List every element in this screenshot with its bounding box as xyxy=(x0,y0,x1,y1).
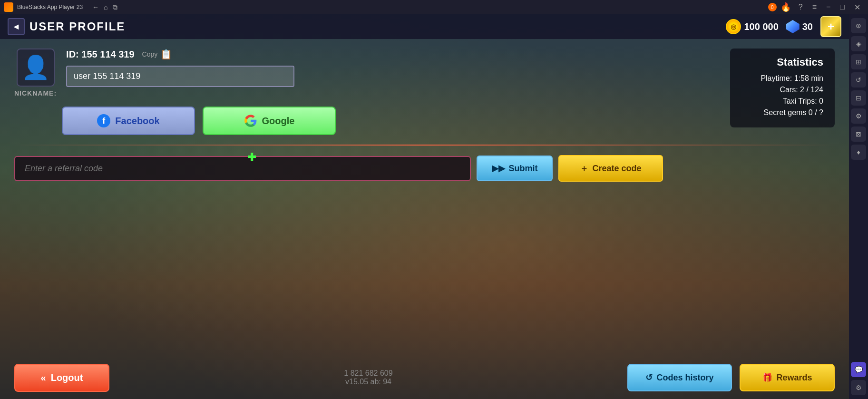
sidebar-btn-3[interactable]: ⊞ xyxy=(851,54,866,69)
notification-badge: 0 xyxy=(768,3,777,11)
stats-panel: Statistics Playtime: 1:58 min Cars: 2 / … xyxy=(730,49,835,127)
facebook-button[interactable]: f Facebook xyxy=(62,107,195,135)
avatar-container: 👤 NICKNAME: xyxy=(14,49,57,97)
divider xyxy=(14,145,835,146)
profile-section: 👤 NICKNAME: ID: 155 114 319 Copy 📋 xyxy=(14,49,835,97)
version-text: v15.05 ab: 94 xyxy=(117,378,620,386)
main-content: 👤 NICKNAME: ID: 155 114 319 Copy 📋 f xyxy=(0,39,849,399)
avatar-figure: 👤 xyxy=(21,54,50,81)
facebook-label: Facebook xyxy=(115,116,159,127)
coins-amount: 100 000 xyxy=(744,21,778,32)
rewards-label: Rewards xyxy=(776,373,812,383)
notification-count: 0 xyxy=(771,5,774,10)
referral-section: ✚ ▶▶ Submit ＋ Create code xyxy=(14,155,835,182)
nav-home-icon[interactable]: ⌂ xyxy=(104,3,107,11)
titlebar: BlueStacks App Player 23 ← ⌂ ⧉ 0 🔥 ? ≡ −… xyxy=(0,0,868,14)
playtime-stat: Playtime: 1:58 min xyxy=(741,74,823,83)
copy-button[interactable]: Copy 📋 xyxy=(142,49,173,60)
gems-display: 30 xyxy=(786,20,813,33)
maximize-icon[interactable]: □ xyxy=(836,2,848,12)
logout-button[interactable]: « Logout xyxy=(14,364,109,392)
help-icon[interactable]: ? xyxy=(795,2,807,12)
bluestacks-logo xyxy=(4,2,13,12)
taxi-trips-stat: Taxi Trips: 0 xyxy=(741,97,823,106)
version-info: 1 821 682 609 v15.05 ab: 94 xyxy=(117,369,620,386)
google-button[interactable]: Google xyxy=(203,107,336,135)
sidebar-btn-8[interactable]: ♦ xyxy=(851,145,866,160)
nickname-input[interactable] xyxy=(66,66,294,87)
gems-amount: 30 xyxy=(802,21,813,32)
titlebar-nav: ← ⌂ ⧉ xyxy=(92,3,117,11)
create-code-label: Create code xyxy=(592,164,641,174)
google-icon xyxy=(244,114,257,127)
logout-icon: « xyxy=(41,372,46,383)
sidebar-btn-2[interactable]: ◈ xyxy=(851,36,866,51)
referral-code-input[interactable] xyxy=(14,156,471,181)
close-icon[interactable]: ✕ xyxy=(850,2,864,13)
minimize-icon[interactable]: − xyxy=(822,2,834,12)
page-title: USER PROFILE xyxy=(29,20,125,33)
settings-icon[interactable]: ⚙ xyxy=(851,380,866,395)
google-label: Google xyxy=(262,116,295,127)
rewards-button[interactable]: 🎁 Rewards xyxy=(740,364,835,391)
codes-history-button[interactable]: ↺ Codes history xyxy=(627,364,732,391)
coin-icon: ◎ xyxy=(726,19,741,34)
header-currency: ◎ 100 000 30 + xyxy=(726,16,841,37)
sidebar-btn-4[interactable]: ↺ xyxy=(851,72,866,88)
secret-gems-stat: Secret gems 0 / ? xyxy=(741,108,823,117)
stats-title: Statistics xyxy=(741,56,823,68)
back-arrow-icon: ◄ xyxy=(8,18,25,35)
sidebar-btn-6[interactable]: ⚙ xyxy=(851,108,866,124)
sidebar-btn-7[interactable]: ⊠ xyxy=(851,127,866,142)
submit-button[interactable]: ▶▶ Submit xyxy=(477,156,553,181)
right-sidebar: ⊕ ◈ ⊞ ↺ ⊟ ⚙ ⊠ ♦ 💬 ⚙ xyxy=(849,14,868,399)
fire-icon: 🔥 xyxy=(780,2,791,12)
add-currency-button[interactable]: + xyxy=(820,16,841,37)
sidebar-btn-1[interactable]: ⊕ xyxy=(851,18,866,33)
facebook-icon: f xyxy=(97,114,110,127)
player-count: 1 821 682 609 xyxy=(117,369,620,378)
rewards-icon: 🎁 xyxy=(762,372,772,383)
profile-info: ID: 155 114 319 Copy 📋 xyxy=(66,49,835,87)
bottom-bar: « Logout 1 821 682 609 v15.05 ab: 94 ↺ C… xyxy=(0,356,849,399)
logout-label: Logout xyxy=(51,372,83,383)
back-button[interactable]: ◄ xyxy=(8,18,25,35)
green-plus-icon: ✚ xyxy=(247,151,256,164)
hamburger-icon[interactable]: ≡ xyxy=(809,2,820,12)
codes-history-label: Codes history xyxy=(656,373,713,383)
page-header: ◄ USER PROFILE ◎ 100 000 30 + xyxy=(0,14,849,39)
submit-icon: ▶▶ xyxy=(492,163,505,174)
codes-history-icon: ↺ xyxy=(645,372,653,383)
discord-icon[interactable]: 💬 xyxy=(851,362,866,377)
nav-back-icon[interactable]: ← xyxy=(92,3,99,11)
create-code-button[interactable]: ＋ Create code xyxy=(558,155,663,182)
game-area: ◄ USER PROFILE ◎ 100 000 30 + 👤 NICKNAME… xyxy=(0,14,849,399)
nickname-label: NICKNAME: xyxy=(14,89,57,97)
submit-label: Submit xyxy=(509,164,538,174)
avatar: 👤 xyxy=(17,49,55,87)
app-name: BlueStacks App Player 23 xyxy=(17,4,83,10)
cars-stat: Cars: 2 / 124 xyxy=(741,86,823,94)
gem-icon xyxy=(786,20,800,33)
social-buttons: f Facebook Google xyxy=(62,107,835,135)
user-id-row: ID: 155 114 319 Copy 📋 xyxy=(66,49,835,60)
user-id-text: ID: 155 114 319 xyxy=(66,49,134,60)
coins-display: ◎ 100 000 xyxy=(726,19,778,34)
create-code-icon: ＋ xyxy=(580,163,588,174)
sidebar-btn-5[interactable]: ⊟ xyxy=(851,90,866,106)
copy-icon: 📋 xyxy=(160,49,172,60)
nav-tabs-icon[interactable]: ⧉ xyxy=(113,3,117,11)
copy-label: Copy xyxy=(142,50,158,58)
titlebar-controls: 0 🔥 ? ≡ − □ ✕ xyxy=(768,2,864,13)
